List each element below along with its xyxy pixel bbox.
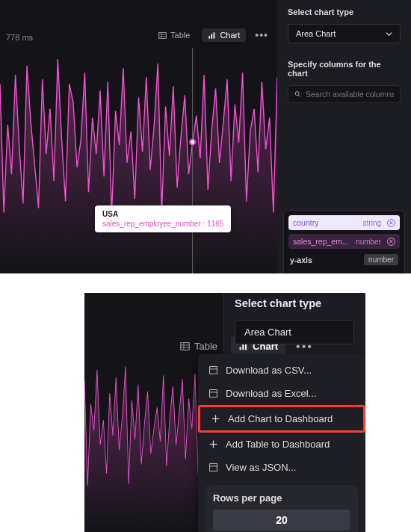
chart-type-select[interactable]: Area Chart xyxy=(235,320,354,344)
tab-table[interactable]: Table xyxy=(152,28,196,42)
svg-rect-11 xyxy=(181,343,189,350)
chart-viewport: 778 ms Table Chart ••• USA sales_rep_emp… xyxy=(0,0,277,273)
menu-view-as-json[interactable]: View as JSON... xyxy=(198,456,365,479)
pill-type: number xyxy=(364,254,398,265)
remove-pill-icon[interactable]: ✕ xyxy=(387,238,395,246)
pill-type: string xyxy=(363,219,381,227)
bottom-screenshot: Table Chart ••• Select chart type Area C… xyxy=(84,293,365,532)
chart-type-value: Area Chart xyxy=(296,29,336,38)
column-search-field[interactable] xyxy=(306,90,394,99)
select-chart-type-label: Select chart type xyxy=(288,7,401,16)
menu-label: Download as Excel... xyxy=(226,388,316,399)
download-icon xyxy=(208,365,218,375)
column-pill-yaxis: y-axis number xyxy=(288,253,400,265)
plus-icon xyxy=(211,414,220,424)
more-menu-popup: Download as CSV... Download as Excel... … xyxy=(198,354,365,532)
table-icon xyxy=(180,341,190,351)
area-chart-svg xyxy=(0,48,277,273)
svg-line-10 xyxy=(299,95,300,96)
tab-table-label: Table xyxy=(194,341,217,352)
chart-config-panel: Select chart type Area Chart Specify col… xyxy=(277,0,411,273)
column-pill-country[interactable]: country string ✕ xyxy=(288,215,400,230)
svg-point-9 xyxy=(295,92,299,96)
pill-name: country xyxy=(293,218,318,227)
plus-icon xyxy=(208,439,218,449)
menu-download-csv[interactable]: Download as CSV... xyxy=(198,359,365,382)
rows-per-page-label: Rows per page xyxy=(213,492,350,504)
column-search-input[interactable] xyxy=(288,85,401,103)
menu-label: Download as CSV... xyxy=(226,365,312,376)
download-icon xyxy=(208,389,218,398)
column-pill-sales-rep[interactable]: sales_rep_em... number ✕ xyxy=(288,234,400,249)
select-chart-type-label: Select chart type xyxy=(224,293,365,309)
chart-type-value: Area Chart xyxy=(244,327,291,338)
pill-name: sales_rep_em... xyxy=(293,237,349,246)
specify-columns-label: Specify columns for the chart xyxy=(288,60,401,78)
tab-table-label: Table xyxy=(170,31,190,40)
json-icon xyxy=(208,463,218,472)
chart-tooltip: USA sales_rep_employee_number : 1165 xyxy=(95,205,231,232)
more-menu-trigger[interactable]: ••• xyxy=(252,29,271,41)
menu-download-excel[interactable]: Download as Excel... xyxy=(198,382,365,405)
query-timing: 778 ms xyxy=(6,33,33,42)
svg-rect-18 xyxy=(210,367,217,374)
tooltip-category: USA xyxy=(102,210,223,218)
top-screenshot: 778 ms Table Chart ••• USA sales_rep_emp… xyxy=(0,0,411,273)
svg-point-8 xyxy=(190,140,195,145)
view-toggle-toolbar: Table Chart ••• xyxy=(152,28,271,42)
chart-icon xyxy=(208,31,216,40)
svg-rect-6 xyxy=(214,32,215,38)
svg-rect-0 xyxy=(159,32,167,38)
rows-per-page-box: Rows per page Apply xyxy=(206,485,358,532)
tab-chart-label: Chart xyxy=(220,31,240,40)
pill-type: number xyxy=(356,238,381,246)
tab-chart[interactable]: Chart xyxy=(202,28,246,42)
menu-label: Add Chart to Dashboard xyxy=(228,413,333,424)
menu-add-chart-to-dashboard[interactable]: Add Chart to Dashboard xyxy=(198,405,365,433)
search-icon xyxy=(294,90,301,98)
chart-canvas[interactable] xyxy=(0,48,277,273)
tab-table[interactable]: Table xyxy=(173,336,225,356)
rows-per-page-input[interactable] xyxy=(213,510,350,531)
chevron-down-icon xyxy=(386,31,392,37)
svg-rect-4 xyxy=(209,36,211,38)
pill-name: y-axis xyxy=(290,256,312,265)
tooltip-series-value: sales_rep_employee_number : 1165 xyxy=(102,220,223,228)
remove-pill-icon[interactable]: ✕ xyxy=(387,219,395,227)
table-icon xyxy=(158,31,167,40)
svg-rect-5 xyxy=(211,34,213,38)
menu-label: View as JSON... xyxy=(226,462,296,473)
menu-add-table-to-dashboard[interactable]: Add Table to Dashboard xyxy=(198,433,365,456)
chart-type-select[interactable]: Area Chart xyxy=(288,24,401,43)
selected-columns-panel: country string ✕ sales_rep_em... number … xyxy=(283,210,405,273)
menu-label: Add Table to Dashboard xyxy=(226,439,330,450)
svg-rect-26 xyxy=(210,464,217,471)
svg-rect-20 xyxy=(210,390,217,398)
